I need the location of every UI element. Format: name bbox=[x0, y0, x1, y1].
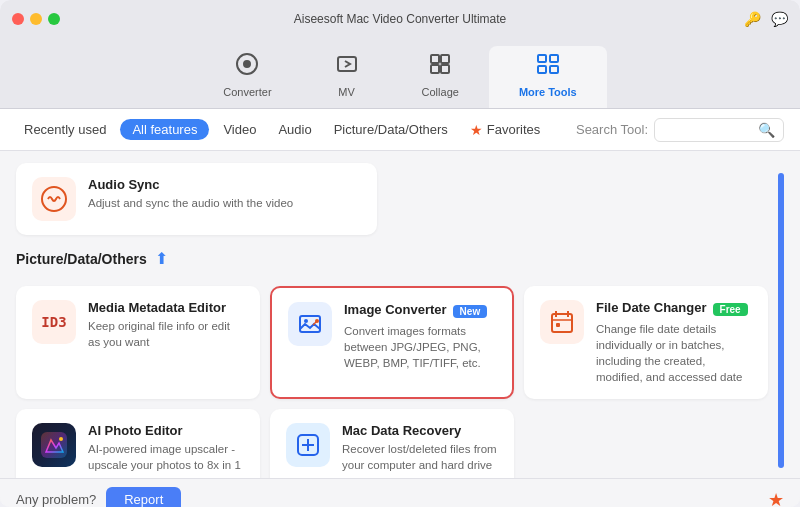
file-date-header-row: File Date Changer Free bbox=[596, 300, 752, 318]
message-icon: 💬 bbox=[771, 11, 788, 27]
ai-photo-icon bbox=[32, 423, 76, 467]
svg-point-11 bbox=[42, 187, 66, 211]
mv-icon bbox=[335, 52, 359, 82]
picture-data-others-header: Picture/Data/Others ⬆ bbox=[16, 249, 768, 268]
svg-rect-2 bbox=[338, 57, 356, 71]
image-converter-card[interactable]: Image Converter New Convert images forma… bbox=[270, 286, 514, 399]
svg-point-14 bbox=[315, 319, 319, 323]
svg-point-1 bbox=[244, 61, 250, 67]
close-button[interactable] bbox=[12, 13, 24, 25]
filter-all-features[interactable]: All features bbox=[120, 119, 209, 140]
svg-rect-3 bbox=[431, 55, 439, 63]
content-column: Audio Sync Adjust and sync the audio wit… bbox=[16, 163, 768, 478]
svg-rect-19 bbox=[556, 323, 560, 327]
app-title: Aiseesoft Mac Video Converter Ultimate bbox=[294, 12, 507, 26]
svg-rect-6 bbox=[441, 65, 449, 73]
tab-more-tools-label: More Tools bbox=[519, 86, 577, 98]
favorites-label: Favorites bbox=[487, 122, 540, 137]
bottom-star-icon[interactable]: ★ bbox=[768, 489, 784, 508]
mac-data-title: Mac Data Recovery bbox=[342, 423, 498, 438]
scroll-indicator[interactable] bbox=[778, 173, 784, 468]
ai-photo-desc: AI-powered image upscaler - upscale your… bbox=[88, 441, 244, 478]
svg-rect-5 bbox=[431, 65, 439, 73]
tab-converter-label: Converter bbox=[223, 86, 271, 98]
filter-favorites[interactable]: ★ Favorites bbox=[462, 118, 548, 142]
main-content: Audio Sync Adjust and sync the audio wit… bbox=[0, 151, 800, 507]
media-metadata-editor-card[interactable]: ID3 Media Metadata Editor Keep original … bbox=[16, 286, 260, 399]
minimize-button[interactable] bbox=[30, 13, 42, 25]
mac-data-desc: Recover lost/deleted files from your com… bbox=[342, 441, 498, 473]
collage-icon bbox=[428, 52, 452, 82]
image-converter-body: Image Converter New Convert images forma… bbox=[344, 302, 496, 371]
search-icon[interactable]: 🔍 bbox=[758, 122, 775, 138]
file-date-icon bbox=[540, 300, 584, 344]
filter-picture-data-others[interactable]: Picture/Data/Others bbox=[326, 118, 456, 141]
mac-data-body: Mac Data Recovery Recover lost/deleted f… bbox=[342, 423, 498, 473]
search-area: Search Tool: 🔍 bbox=[576, 118, 784, 142]
filter-recently-used[interactable]: Recently used bbox=[16, 118, 114, 141]
filter-video[interactable]: Video bbox=[215, 118, 264, 141]
tab-mv-label: MV bbox=[338, 86, 355, 98]
tab-collage-label: Collage bbox=[422, 86, 459, 98]
audio-sync-section: Audio Sync Adjust and sync the audio wit… bbox=[16, 163, 768, 235]
file-date-desc: Change file date details individually or… bbox=[596, 321, 752, 385]
report-button[interactable]: Report bbox=[106, 487, 181, 507]
file-date-changer-card[interactable]: File Date Changer Free Change file date … bbox=[524, 286, 768, 399]
audio-sync-icon bbox=[32, 177, 76, 221]
free-badge: Free bbox=[713, 303, 748, 316]
mac-data-recovery-card[interactable]: Mac Data Recovery Recover lost/deleted f… bbox=[270, 409, 514, 478]
bottom-bar: Any problem? Report ★ bbox=[0, 478, 800, 507]
ai-photo-body: AI Photo Editor AI-powered image upscale… bbox=[88, 423, 244, 478]
more-tools-icon bbox=[536, 52, 560, 82]
empty-cell bbox=[524, 409, 768, 478]
mac-data-icon bbox=[286, 423, 330, 467]
tab-more-tools[interactable]: More Tools bbox=[489, 46, 607, 108]
media-metadata-title: Media Metadata Editor bbox=[88, 300, 244, 315]
file-date-title: File Date Changer bbox=[596, 300, 707, 315]
image-converter-desc: Convert images formats between JPG/JPEG,… bbox=[344, 323, 496, 371]
tab-mv[interactable]: MV bbox=[302, 46, 392, 108]
tab-collage[interactable]: Collage bbox=[392, 46, 489, 108]
svg-rect-4 bbox=[441, 55, 449, 63]
ai-photo-title: AI Photo Editor bbox=[88, 423, 244, 438]
section-arrow-icon: ⬆ bbox=[155, 249, 168, 268]
converter-icon bbox=[235, 52, 259, 82]
svg-rect-8 bbox=[550, 55, 558, 62]
nav-tabs: Converter MV Collage More Tools bbox=[0, 38, 800, 109]
media-metadata-desc: Keep original file info or edit as you w… bbox=[88, 318, 244, 350]
svg-point-21 bbox=[59, 437, 63, 441]
title-bar: Aiseesoft Mac Video Converter Ultimate 🔑… bbox=[0, 0, 800, 38]
svg-rect-7 bbox=[538, 55, 546, 62]
scrollable-area: Audio Sync Adjust and sync the audio wit… bbox=[0, 151, 800, 478]
audio-sync-body: Audio Sync Adjust and sync the audio wit… bbox=[88, 177, 361, 211]
key-icon: 🔑 bbox=[744, 11, 761, 27]
svg-rect-9 bbox=[538, 66, 546, 73]
svg-point-13 bbox=[304, 319, 308, 323]
image-converter-title: Image Converter bbox=[344, 302, 447, 317]
traffic-lights bbox=[12, 13, 60, 25]
cards-row-1: ID3 Media Metadata Editor Keep original … bbox=[16, 286, 768, 399]
cards-row-2: AI Photo Editor AI-powered image upscale… bbox=[16, 409, 768, 478]
audio-sync-title: Audio Sync bbox=[88, 177, 361, 192]
ai-photo-editor-card[interactable]: AI Photo Editor AI-powered image upscale… bbox=[16, 409, 260, 478]
tab-converter[interactable]: Converter bbox=[193, 46, 301, 108]
image-converter-header-row: Image Converter New bbox=[344, 302, 496, 320]
image-converter-icon bbox=[288, 302, 332, 346]
audio-sync-card[interactable]: Audio Sync Adjust and sync the audio wit… bbox=[16, 163, 377, 235]
fullscreen-button[interactable] bbox=[48, 13, 60, 25]
media-metadata-body: Media Metadata Editor Keep original file… bbox=[88, 300, 244, 350]
audio-sync-desc: Adjust and sync the audio with the video bbox=[88, 195, 361, 211]
media-metadata-icon: ID3 bbox=[32, 300, 76, 344]
filter-bar: Recently used All features Video Audio P… bbox=[0, 109, 800, 151]
file-date-body: File Date Changer Free Change file date … bbox=[596, 300, 752, 385]
svg-rect-10 bbox=[550, 66, 558, 73]
search-box[interactable]: 🔍 bbox=[654, 118, 784, 142]
filter-audio[interactable]: Audio bbox=[270, 118, 319, 141]
svg-rect-12 bbox=[300, 316, 320, 332]
favorites-star-icon: ★ bbox=[470, 122, 483, 138]
any-problem-label: Any problem? bbox=[16, 492, 96, 507]
picture-data-others-title: Picture/Data/Others bbox=[16, 251, 147, 267]
search-label: Search Tool: bbox=[576, 122, 648, 137]
title-bar-icons: 🔑 💬 bbox=[744, 11, 788, 27]
new-badge: New bbox=[453, 305, 488, 318]
